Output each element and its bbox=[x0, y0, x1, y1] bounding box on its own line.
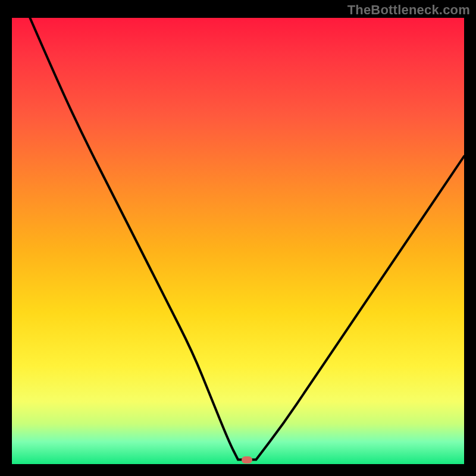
bottleneck-curve bbox=[12, 18, 464, 464]
chart-frame: TheBottleneck.com bbox=[0, 0, 476, 476]
attribution-text: TheBottleneck.com bbox=[347, 2, 470, 18]
plot-area bbox=[12, 18, 464, 464]
minimum-marker bbox=[242, 456, 252, 464]
curve-path bbox=[30, 18, 464, 460]
